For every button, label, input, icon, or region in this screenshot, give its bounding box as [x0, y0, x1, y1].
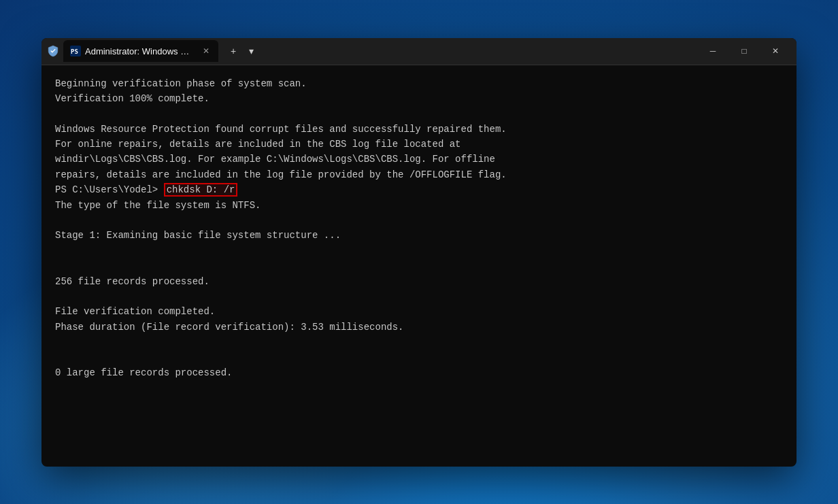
- terminal-line-6: repairs, details are included in the log…: [55, 167, 783, 182]
- terminal-blank-2: [55, 213, 783, 228]
- terminal-line-7: PS C:\Users\Yodel> chkdsk D: /r: [55, 182, 783, 197]
- terminal-blank-6: [55, 335, 783, 350]
- terminal-line-1: Beginning verification phase of system s…: [55, 76, 783, 91]
- maximize-button[interactable]: □: [728, 38, 760, 65]
- terminal-line-12: Phase duration (File record verification…: [55, 320, 783, 335]
- terminal-output[interactable]: Beginning verification phase of system s…: [41, 65, 797, 467]
- svg-text:PS: PS: [71, 48, 78, 55]
- highlighted-command: chkdsk D: /r: [164, 183, 238, 197]
- terminal-line-5: windir\Logs\CBS\CBS.log. For example C:\…: [55, 152, 783, 167]
- terminal-line-10: 256 file records processed.: [55, 274, 783, 289]
- title-bar-left: PS Administrator: Windows Powe ✕ + ▾: [47, 40, 697, 62]
- terminal-blank-5: [55, 289, 783, 304]
- terminal-window: PS Administrator: Windows Powe ✕ + ▾ ─ □…: [41, 38, 797, 467]
- shield-icon: [47, 45, 59, 57]
- terminal-line-8: The type of the file system is NTFS.: [55, 198, 783, 213]
- terminal-blank-3: [55, 243, 783, 258]
- tab-title: Administrator: Windows Powe: [85, 46, 194, 56]
- powershell-icon: PS: [70, 46, 81, 56]
- tab-dropdown-button[interactable]: ▾: [243, 43, 259, 59]
- terminal-line-13: 0 large file records processed.: [55, 365, 783, 380]
- terminal-line-9: Stage 1: Examining basic file system str…: [55, 228, 783, 243]
- window-controls: ─ □ ✕: [697, 38, 791, 65]
- terminal-blank-7: [55, 350, 783, 365]
- terminal-line-4: For online repairs, details are included…: [55, 137, 783, 152]
- terminal-blank-1: [55, 106, 783, 121]
- terminal-line-2: Verification 100% complete.: [55, 91, 783, 106]
- tab-actions: + ▾: [225, 43, 259, 59]
- close-tab-button[interactable]: ✕: [201, 46, 212, 56]
- terminal-line-11: File verification completed.: [55, 304, 783, 319]
- active-tab[interactable]: PS Administrator: Windows Powe ✕: [63, 40, 218, 62]
- terminal-line-3: Windows Resource Protection found corrup…: [55, 122, 783, 137]
- new-tab-button[interactable]: +: [225, 43, 241, 59]
- title-bar: PS Administrator: Windows Powe ✕ + ▾ ─ □…: [41, 38, 797, 65]
- minimize-button[interactable]: ─: [697, 38, 728, 65]
- close-button[interactable]: ✕: [760, 38, 791, 65]
- terminal-blank-4: [55, 258, 783, 273]
